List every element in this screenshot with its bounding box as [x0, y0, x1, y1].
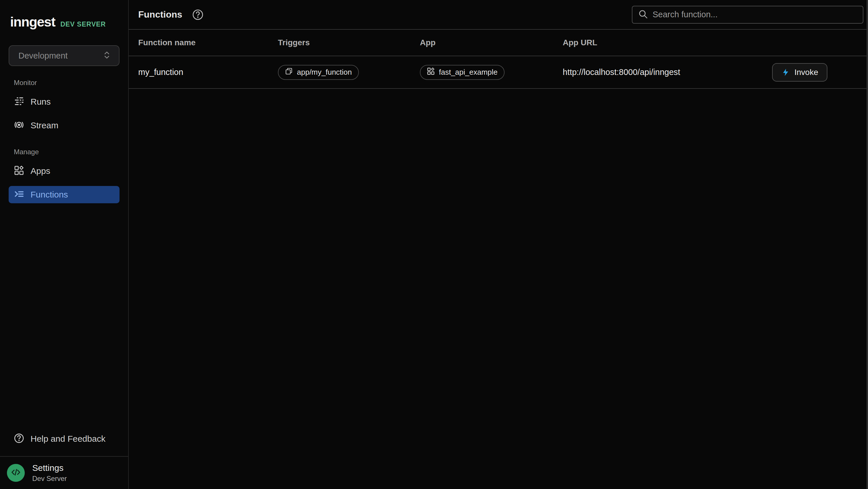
manage-nav-list: Apps Functions	[0, 162, 128, 203]
function-name-cell: my_function	[138, 67, 278, 77]
table-header-row: Function name Triggers App App URL	[129, 30, 868, 56]
sidebar-group-monitor-label: Monitor	[0, 79, 128, 87]
sidebar-item-label: Apps	[31, 166, 50, 176]
event-frames-icon	[285, 67, 293, 77]
app-badge-label: fast_api_example	[439, 68, 498, 77]
trigger-badge: app/my_function	[278, 65, 359, 80]
settings-title: Settings	[32, 463, 67, 473]
functions-icon	[14, 189, 24, 200]
search-box	[632, 6, 863, 24]
column-header-app-url: App URL	[563, 38, 827, 47]
settings-subtitle: Dev Server	[32, 474, 67, 483]
help-and-feedback-item[interactable]: Help and Feedback	[9, 430, 120, 448]
sidebar-item-functions[interactable]: Functions	[9, 186, 120, 203]
logo-text: inngest	[10, 14, 55, 30]
sidebar-item-label: Stream	[31, 120, 58, 130]
sidebar-item-label: Functions	[31, 190, 68, 200]
column-header-app: App	[420, 38, 563, 47]
settings-text: Settings Dev Server	[32, 463, 67, 483]
environment-select[interactable]: Development	[9, 45, 120, 66]
dev-server-tag: DEV SERVER	[60, 21, 106, 28]
stream-icon	[14, 120, 24, 131]
sidebar-item-label: Runs	[31, 97, 51, 107]
function-row[interactable]: my_function app/my_function	[129, 56, 868, 89]
column-header-triggers: Triggers	[278, 38, 420, 47]
main-content: Functions Function name Triggers App	[129, 0, 868, 489]
sidebar: inngest DEV SERVER Development Monitor R…	[0, 0, 129, 489]
functions-table: Function name Triggers App App URL my_fu…	[129, 30, 868, 89]
page-title: Functions	[138, 9, 182, 20]
page-help-button[interactable]	[192, 9, 204, 21]
help-circle-icon	[14, 433, 24, 444]
help-and-feedback-label: Help and Feedback	[31, 434, 105, 444]
trigger-badge-label: app/my_function	[297, 68, 352, 77]
apps-icon	[427, 67, 435, 77]
runs-icon	[14, 96, 24, 108]
sidebar-item-runs[interactable]: Runs	[9, 93, 120, 110]
app-url-cell: http://localhost:8000/api/inngest	[563, 67, 772, 77]
invoke-button[interactable]: Invoke	[772, 63, 828, 82]
brand-logo: inngest DEV SERVER	[0, 0, 128, 30]
sidebar-group-manage-label: Manage	[0, 148, 128, 156]
vertical-scrollbar[interactable]	[867, 0, 868, 489]
lightning-bolt-icon	[781, 68, 790, 77]
app-badge: fast_api_example	[420, 65, 504, 80]
code-icon	[11, 467, 21, 478]
environment-select-value: Development	[19, 51, 68, 61]
page-header: Functions	[129, 0, 868, 30]
column-header-function-name: Function name	[138, 38, 278, 47]
search-icon	[638, 9, 648, 20]
settings-item[interactable]: Settings Dev Server	[0, 457, 128, 489]
sidebar-item-stream[interactable]: Stream	[9, 117, 120, 134]
invoke-button-label: Invoke	[795, 68, 818, 77]
search-function-input[interactable]	[653, 10, 857, 19]
dev-server-avatar	[7, 464, 25, 482]
chevron-up-down-icon	[103, 51, 111, 61]
apps-icon	[14, 165, 24, 177]
sidebar-item-apps[interactable]: Apps	[9, 162, 120, 180]
monitor-nav-list: Runs Stream	[0, 93, 128, 134]
